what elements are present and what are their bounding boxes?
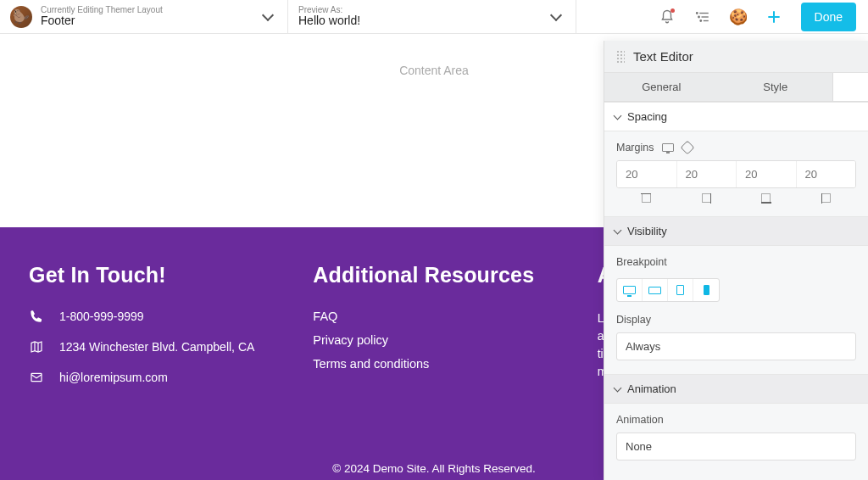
- breakpoint-phone[interactable]: [693, 279, 719, 301]
- margin-right-icon: [702, 193, 711, 203]
- margin-top-icon: [642, 193, 651, 203]
- breakpoint-buttons: [616, 278, 720, 302]
- footer-heading-contact: Get In Touch!: [29, 263, 270, 287]
- section-animation-body: Animation None: [604, 404, 868, 474]
- chevron-down-icon: [614, 226, 622, 234]
- margins-label-row: Margins: [616, 142, 856, 153]
- panel-tabs: General Style: [604, 73, 868, 102]
- margins-label: Margins: [616, 142, 654, 153]
- margins-input-group: [616, 160, 856, 188]
- contact-phone-text: 1-800-999-9999: [59, 310, 144, 323]
- margin-right-input[interactable]: [677, 161, 737, 187]
- section-spacing-body: Margins: [604, 131, 868, 216]
- display-label: Display: [616, 314, 856, 326]
- notification-dot: [670, 8, 675, 13]
- contact-address-text: 1234 Winchester Blvd. Campbell, CA: [59, 340, 254, 354]
- notifications-icon[interactable]: [659, 8, 676, 25]
- editing-value: Footer: [41, 14, 255, 27]
- svg-point-4: [698, 16, 699, 18]
- map-icon: [29, 340, 44, 354]
- margin-bottom-icon: [761, 193, 771, 203]
- top-bar: 🦫 Currently Editing Themer Layout Footer…: [0, 0, 868, 34]
- margin-side-icons: [616, 193, 856, 203]
- beaver-logo-icon: 🦫: [10, 6, 32, 28]
- margin-top-input[interactable]: [617, 161, 677, 187]
- editing-layout-dropdown[interactable]: 🦫 Currently Editing Themer Layout Footer: [0, 0, 288, 33]
- panel-title: Text Editor: [633, 49, 693, 64]
- section-visibility-body: Breakpoint Display Always: [604, 246, 868, 374]
- tab-advanced-collapsed[interactable]: [832, 73, 868, 101]
- drag-handle-icon[interactable]: [616, 50, 625, 64]
- footer-heading-resources: Additional Resources: [313, 263, 554, 287]
- outline-icon[interactable]: [694, 8, 711, 25]
- assistant-icon[interactable]: 🍪: [730, 8, 747, 25]
- add-content-icon[interactable]: [765, 8, 782, 25]
- chevron-down-icon: [550, 8, 562, 20]
- contact-phone: 1-800-999-9999: [29, 310, 270, 323]
- breakpoint-desktop[interactable]: [617, 279, 643, 301]
- responsive-icon[interactable]: [662, 143, 674, 152]
- settings-panel: Text Editor General Style Spacing Margin…: [604, 41, 868, 480]
- contact-address: 1234 Winchester Blvd. Campbell, CA: [29, 340, 270, 354]
- breakpoint-tablet[interactable]: [668, 279, 693, 301]
- section-spacing-label: Spacing: [627, 110, 667, 123]
- link-values-icon[interactable]: [681, 141, 695, 155]
- chevron-down-icon: [614, 383, 622, 392]
- animation-label: Animation: [616, 414, 856, 426]
- margin-left-icon: [821, 193, 831, 203]
- chevron-down-icon: [614, 111, 622, 120]
- breakpoint-label: Breakpoint: [616, 256, 856, 268]
- footer-link[interactable]: Terms and conditions: [313, 357, 554, 371]
- preview-as-dropdown[interactable]: Preview As: Hello world!: [288, 0, 576, 33]
- envelope-icon: [29, 371, 44, 384]
- footer-link[interactable]: FAQ: [313, 310, 554, 323]
- preview-value: Hello world!: [298, 14, 552, 27]
- panel-header[interactable]: Text Editor: [604, 41, 868, 73]
- margin-left-input[interactable]: [797, 161, 856, 187]
- section-visibility-label: Visibility: [627, 225, 667, 237]
- svg-point-5: [700, 20, 702, 21]
- margin-bottom-input[interactable]: [737, 161, 797, 187]
- tab-general[interactable]: General: [604, 73, 719, 101]
- animation-select[interactable]: None: [616, 433, 856, 460]
- done-button[interactable]: Done: [801, 3, 856, 31]
- chevron-down-icon: [262, 8, 274, 20]
- contact-email: hi@loremipsum.com: [29, 371, 270, 384]
- section-animation-label: Animation: [627, 382, 676, 395]
- top-actions: 🍪 Done: [576, 0, 868, 33]
- section-animation-toggle[interactable]: Animation: [604, 374, 868, 404]
- svg-point-3: [696, 12, 698, 14]
- breakpoint-laptop[interactable]: [643, 279, 668, 301]
- section-spacing-toggle[interactable]: Spacing: [604, 102, 868, 131]
- tab-style[interactable]: Style: [719, 73, 833, 101]
- display-select[interactable]: Always: [616, 332, 856, 360]
- section-visibility-toggle[interactable]: Visibility: [604, 216, 868, 246]
- footer-col-resources: Additional Resources FAQ Privacy policy …: [313, 263, 554, 401]
- phone-icon: [29, 310, 44, 323]
- contact-email-text: hi@loremipsum.com: [59, 371, 168, 384]
- footer-link[interactable]: Privacy policy: [313, 333, 554, 347]
- footer-col-contact: Get In Touch! 1-800-999-9999 1234 Winche…: [29, 263, 270, 401]
